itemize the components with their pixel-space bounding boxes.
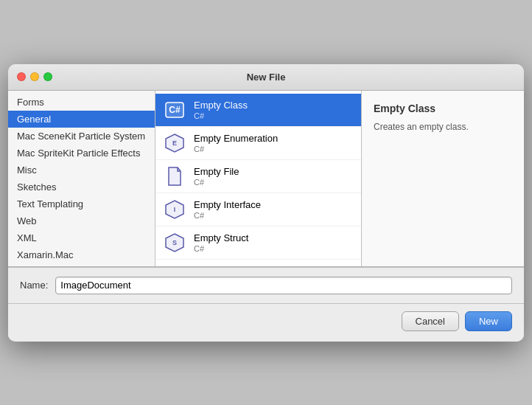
- file-item-empty-struct[interactable]: S Empty StructC#: [155, 226, 361, 260]
- file-title-empty-class: Empty Class: [194, 100, 248, 111]
- svg-text:I: I: [174, 206, 176, 213]
- name-bar: Name:: [8, 267, 524, 303]
- name-input[interactable]: [55, 277, 512, 294]
- file-icon: [163, 165, 186, 188]
- new-file-window: New File FormsGeneralMac SceneKit Partic…: [8, 64, 524, 342]
- titlebar: New File: [8, 64, 524, 91]
- sidebar: FormsGeneralMac SceneKit Particle System…: [8, 91, 155, 266]
- sidebar-item-misc[interactable]: Misc: [8, 162, 155, 179]
- file-item-empty-enumeration[interactable]: E Empty EnumerationC#: [155, 127, 361, 160]
- action-buttons: Cancel New: [8, 304, 524, 342]
- detail-description: Creates an empty class.: [374, 120, 512, 134]
- sidebar-item-general[interactable]: General: [8, 111, 155, 128]
- sidebar-item-web[interactable]: Web: [8, 212, 155, 229]
- file-title-empty-struct: Empty Struct: [194, 232, 248, 243]
- cancel-button[interactable]: Cancel: [402, 311, 459, 331]
- sidebar-item-forms[interactable]: Forms: [8, 94, 155, 111]
- file-item-empty-class[interactable]: C# Empty ClassC#: [155, 94, 361, 127]
- maximize-button[interactable]: [43, 72, 52, 81]
- file-subtitle-empty-class: C#: [194, 111, 248, 120]
- file-title-empty-enumeration: Empty Enumeration: [194, 133, 278, 144]
- svg-text:S: S: [172, 239, 177, 246]
- sidebar-item-xamarin-mac[interactable]: Xamarin.Mac: [8, 246, 155, 263]
- close-button[interactable]: [17, 72, 26, 81]
- file-item-empty-interface[interactable]: I Empty InterfaceC#: [155, 193, 361, 226]
- file-title-empty-file: Empty File: [194, 166, 239, 177]
- detail-title: Empty Class: [374, 103, 512, 114]
- traffic-lights: [17, 72, 52, 81]
- window-title: New File: [247, 72, 286, 83]
- sidebar-item-sketches[interactable]: Sketches: [8, 179, 155, 195]
- name-label: Name:: [20, 280, 48, 291]
- detail-panel: Empty Class Creates an empty class.: [362, 91, 524, 266]
- file-subtitle-empty-struct: C#: [194, 244, 248, 253]
- sidebar-item-mac-spritekit[interactable]: Mac SpriteKit Particle Effects: [8, 145, 155, 162]
- svg-text:E: E: [172, 139, 177, 147]
- new-button[interactable]: New: [465, 311, 512, 331]
- svg-text:C#: C#: [169, 105, 181, 115]
- sidebar-item-xml[interactable]: XML: [8, 229, 155, 246]
- file-list: C# Empty ClassC# E Empty EnumerationC# E…: [155, 91, 362, 266]
- file-subtitle-empty-enumeration: C#: [194, 145, 278, 153]
- file-item-empty-file[interactable]: Empty FileC#: [155, 160, 361, 193]
- minimize-button[interactable]: [30, 72, 39, 81]
- sidebar-item-mac-scenekit[interactable]: Mac SceneKit Particle System: [8, 128, 155, 145]
- file-subtitle-empty-interface: C#: [194, 211, 261, 220]
- enum-icon: E: [163, 131, 186, 155]
- panels-container: FormsGeneralMac SceneKit Particle System…: [8, 91, 524, 267]
- file-subtitle-empty-file: C#: [194, 178, 239, 187]
- struct-icon: S: [163, 231, 186, 255]
- sidebar-item-text-templating[interactable]: Text Templating: [8, 195, 155, 212]
- main-content: FormsGeneralMac SceneKit Particle System…: [8, 91, 524, 342]
- interface-icon: I: [163, 198, 186, 221]
- class-icon: C#: [163, 98, 186, 122]
- file-title-empty-interface: Empty Interface: [194, 199, 261, 210]
